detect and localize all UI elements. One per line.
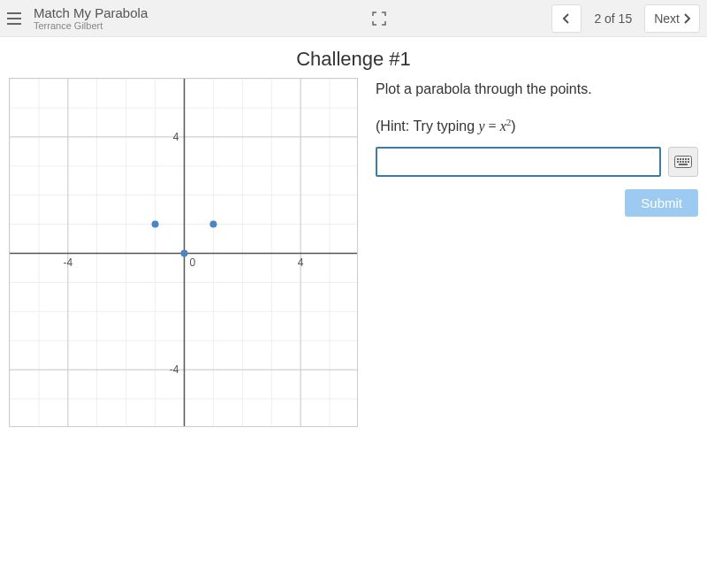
svg-rect-49 [680,161,681,163]
prev-button[interactable] [551,4,582,33]
svg-rect-44 [680,158,681,160]
next-button[interactable]: Next [644,4,700,33]
svg-text:4: 4 [173,131,179,143]
svg-rect-50 [682,161,684,163]
coordinate-graph[interactable]: -404-44 [9,78,358,427]
svg-rect-51 [685,161,687,163]
hamburger-icon[interactable] [7,9,27,28]
svg-point-40 [181,250,188,257]
nav-group: 2 of 15 Next [551,4,700,33]
content-row: -404-44 Plot a parabola through the poin… [0,78,707,427]
activity-title: Match My Parabola [34,5,148,20]
equation-input[interactable] [376,147,661,177]
svg-text:0: 0 [190,256,196,269]
svg-rect-53 [679,164,688,165]
svg-point-39 [152,221,159,228]
svg-text:-4: -4 [170,363,179,376]
keyboard-icon[interactable] [668,147,698,177]
svg-rect-43 [677,158,679,160]
svg-rect-47 [688,158,689,160]
chevron-left-icon [563,13,570,24]
svg-rect-45 [682,158,684,160]
hint-text: (Hint: Try typing y = x2) [376,117,698,134]
input-row [376,147,698,177]
title-block: Match My Parabola Terrance Gilbert [34,5,148,32]
right-panel: Plot a parabola through the points. (Hin… [376,78,698,427]
challenge-title: Challenge #1 [0,37,707,78]
submit-button[interactable]: Submit [625,189,698,217]
svg-rect-46 [685,158,687,160]
graph-panel: -404-44 [9,78,358,427]
fullscreen-icon[interactable] [366,5,392,32]
prompt-text: Plot a parabola through the points. [376,81,698,97]
svg-point-41 [209,221,217,228]
chevron-right-icon [683,13,690,24]
student-name: Terrance Gilbert [34,20,148,32]
next-label: Next [654,11,680,26]
svg-rect-52 [688,161,689,163]
svg-text:4: 4 [298,256,304,269]
svg-text:-4: -4 [63,256,72,269]
top-header: Match My Parabola Terrance Gilbert 2 of … [0,0,707,37]
svg-rect-48 [677,161,679,163]
page-indicator: 2 of 15 [587,11,639,26]
